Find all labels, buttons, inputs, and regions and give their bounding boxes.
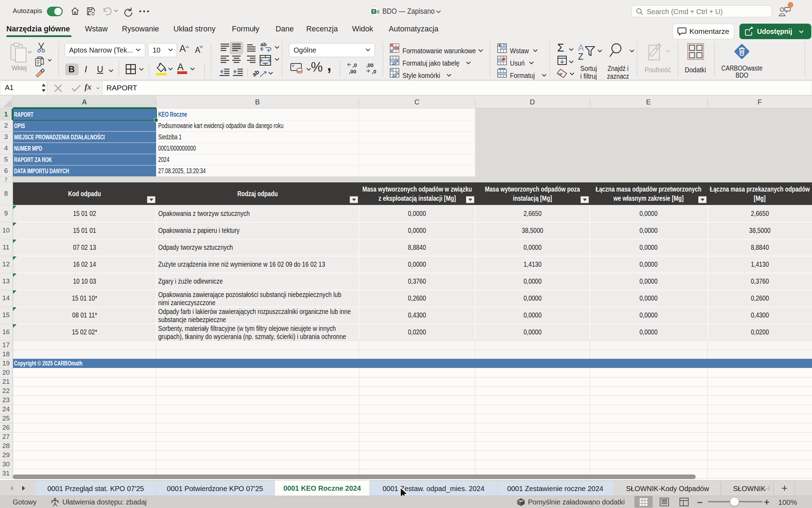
- svg-text:X: X: [373, 9, 375, 13]
- svg-text:,0: ,0: [372, 68, 376, 74]
- svg-text:,0: ,0: [352, 62, 357, 68]
- svg-text:,00: ,00: [349, 68, 356, 74]
- svg-text:,00: ,00: [366, 62, 374, 68]
